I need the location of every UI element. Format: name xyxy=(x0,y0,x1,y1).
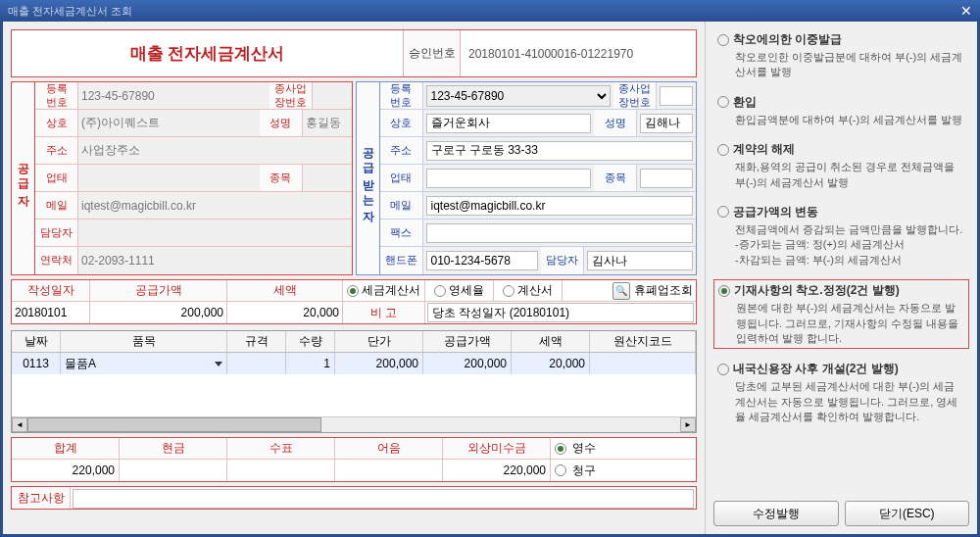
buyer-reg-label: 등록 번호 xyxy=(380,82,423,109)
credit-value: 220,000 xyxy=(443,460,551,481)
buyer-addr-label: 주소 xyxy=(380,137,423,164)
reason-option-2[interactable]: 계약의 해제재화,용역의 공급이 취소된 경우로 전체금액을 부(-)의 세금계… xyxy=(713,139,969,192)
supplier-item-value xyxy=(303,165,352,191)
date-value: 20180101 xyxy=(12,302,90,323)
reason-option-3[interactable]: 공급가액의 변동전체금액에서 증감되는 금액만큼을 발행합니다. -증가되는 금… xyxy=(713,202,969,269)
buyer-reg-select[interactable]: 123-45-67890 xyxy=(426,85,612,107)
horizontal-scrollbar[interactable]: ◄ ► xyxy=(12,416,696,432)
document-title: 매출 전자세금계산서 xyxy=(12,30,404,76)
supplier-reg-value: 123-45-67890 xyxy=(78,82,270,109)
scroll-thumb[interactable] xyxy=(27,417,321,432)
reason-option-0[interactable]: 착오에의한 이중발급착오로인한 이중발급분에 대하여 부(-)의 세금계산서를 … xyxy=(713,29,969,82)
supplier-addr-value: 사업장주소 xyxy=(78,137,352,164)
supplier-biz-value xyxy=(78,165,260,191)
issue-button[interactable]: 수정발행 xyxy=(713,501,839,526)
remark-input[interactable] xyxy=(427,303,694,322)
reason-option-4[interactable]: 기재사항의 착오.정정(2건 발행)원본에 대한 부(-)의 세금계산서는 자동… xyxy=(713,279,969,349)
reason-radio-3[interactable] xyxy=(717,206,729,218)
receipt-radio[interactable] xyxy=(555,443,566,455)
supply-value: 200,000 xyxy=(90,302,227,323)
buyer-sub-label: 종사업 장번호 xyxy=(613,82,657,109)
buyer-email-input[interactable] xyxy=(426,196,694,216)
reason-option-5[interactable]: 내국신용장 사후 개설(2건 발행)당초에 교부된 세금계산서에 대한 부(-)… xyxy=(713,359,969,426)
buyer-mgr-label: 담당자 xyxy=(541,247,584,274)
remark-label: 비 고 xyxy=(343,302,425,323)
supply-header: 공급가액 xyxy=(90,280,227,301)
buyer-addr-input[interactable] xyxy=(426,141,694,161)
tax-header: 세액 xyxy=(227,280,343,301)
buyer-biz-input[interactable] xyxy=(426,169,592,188)
scroll-left-icon[interactable]: ◄ xyxy=(12,417,27,432)
type-calc-radio[interactable] xyxy=(503,285,514,297)
date-header: 작성일자 xyxy=(12,280,90,301)
supplier-mgr-label: 담당자 xyxy=(35,220,78,246)
supplier-phone-label: 연락처 xyxy=(35,247,78,274)
buyer-hp-label: 핸드폰 xyxy=(380,247,423,274)
supplier-sub-value xyxy=(313,82,352,109)
buyer-rep-input[interactable] xyxy=(640,114,693,133)
supplier-mgr-value xyxy=(78,220,352,246)
buyer-hp-input[interactable] xyxy=(426,251,538,270)
supplier-sub-label: 종사업 장번호 xyxy=(270,82,313,109)
buyer-item-label: 종목 xyxy=(594,165,637,191)
reason-option-1[interactable]: 환입환입금액분에 대하여 부(-)의 세금계산서를 발행 xyxy=(713,92,969,129)
buyer-name-label: 상호 xyxy=(380,110,423,136)
supplier-vertical-label: 공급자 xyxy=(11,81,34,275)
table-row[interactable]: 0113 물품A 1 200,000 200,000 20,000 xyxy=(12,353,696,374)
buyer-biz-label: 업태 xyxy=(380,165,423,191)
supplier-rep-value: 홍길동 xyxy=(303,110,352,136)
buyer-fax-input[interactable] xyxy=(426,223,694,243)
approval-label: 승인번호 xyxy=(404,30,461,76)
supplier-addr-label: 주소 xyxy=(35,137,78,164)
supplier-email-label: 메일 xyxy=(35,192,78,219)
supplier-phone-value: 02-2093-1111 xyxy=(78,247,352,274)
sum-value: 220,000 xyxy=(12,460,120,481)
type-tax-radio[interactable] xyxy=(347,285,359,297)
reason-radio-2[interactable] xyxy=(717,144,729,156)
supplier-email-value: iqtest@magicbill.co.kr xyxy=(78,192,352,219)
buyer-mgr-input[interactable] xyxy=(587,251,694,270)
supplier-name-label: 상호 xyxy=(35,110,78,136)
buyer-email-label: 메일 xyxy=(380,192,423,219)
close-button[interactable]: 닫기(ESC) xyxy=(845,501,970,526)
reason-radio-4[interactable] xyxy=(718,285,730,297)
reason-radio-0[interactable] xyxy=(717,34,729,46)
search-icon[interactable]: 🔍 xyxy=(612,282,630,300)
closed-lookup-button[interactable]: 휴폐업조회 xyxy=(634,282,693,299)
close-icon[interactable]: ✕ xyxy=(960,3,972,19)
type-zero-radio[interactable] xyxy=(434,285,446,297)
approval-value: 20180101-41000016-01221970 xyxy=(461,30,696,76)
reference-label: 참고사항 xyxy=(12,487,71,509)
buyer-vertical-label: 공급받는자 xyxy=(356,81,379,275)
buyer-item-input[interactable] xyxy=(640,169,693,188)
window-title: 매출 전자세금계산서 조회 xyxy=(8,4,132,19)
chevron-down-icon[interactable] xyxy=(215,362,222,366)
supplier-reg-label: 등록 번호 xyxy=(35,82,78,109)
tax-value: 20,000 xyxy=(227,302,343,323)
titlebar: 매출 전자세금계산서 조회 ✕ xyxy=(0,0,980,22)
scroll-right-icon[interactable]: ► xyxy=(680,417,696,432)
supplier-rep-label: 성명 xyxy=(260,110,303,136)
reason-radio-5[interactable] xyxy=(717,364,729,375)
buyer-rep-label: 성명 xyxy=(594,110,637,136)
reference-input[interactable] xyxy=(73,489,694,509)
buyer-sub-input[interactable] xyxy=(660,86,693,106)
invoice-radio[interactable] xyxy=(555,464,566,476)
supplier-biz-label: 업태 xyxy=(35,165,78,191)
supplier-name-value: (주)아이퀘스트 xyxy=(78,110,260,136)
supplier-item-label: 종목 xyxy=(260,165,303,191)
buyer-name-input[interactable] xyxy=(426,114,592,133)
buyer-fax-label: 팩스 xyxy=(380,220,423,246)
items-table: 날짜 품목 규격 수량 단가 공급가액 세액 원산지코드 0113 물품A 1 … xyxy=(11,330,697,433)
reason-radio-1[interactable] xyxy=(717,96,729,108)
